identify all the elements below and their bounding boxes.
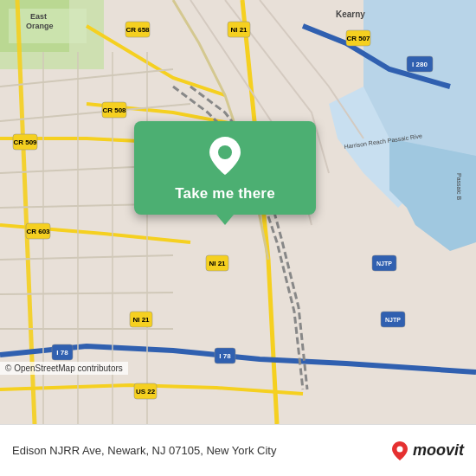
take-me-there-label: Take me there	[175, 185, 275, 203]
svg-point-49	[218, 145, 232, 159]
svg-text:CR 603: CR 603	[26, 228, 50, 235]
address-text: Edison NJRR Ave, Newark, NJ 07105, New Y…	[12, 444, 390, 457]
take-me-there-card[interactable]: Take me there	[134, 121, 316, 215]
svg-text:NI 21: NI 21	[209, 260, 226, 267]
pin-icon-wrap	[209, 137, 241, 178]
map-container: CR 658 NI 21 CR 507 I 280 CR 509 CR 508 …	[0, 0, 476, 424]
svg-text:East: East	[30, 12, 47, 21]
svg-text:I 280: I 280	[412, 61, 428, 68]
svg-text:US 22: US 22	[136, 388, 156, 396]
svg-point-50	[396, 446, 402, 452]
moovit-text: moovit	[413, 441, 464, 460]
bottom-bar: Edison NJRR Ave, Newark, NJ 07105, New Y…	[0, 424, 476, 476]
svg-text:CR 508: CR 508	[102, 106, 126, 114]
svg-text:Orange: Orange	[26, 22, 54, 30]
svg-text:NI 21: NI 21	[132, 316, 150, 324]
copyright-bar: © OpenStreetMap contributors	[0, 362, 128, 375]
svg-text:Kearny: Kearny	[336, 10, 365, 19]
svg-text:CR 507: CR 507	[346, 35, 370, 42]
svg-text:Passaic B: Passaic B	[456, 173, 462, 200]
moovit-logo: moovit	[390, 441, 464, 460]
copyright-text: © OpenStreetMap contributors	[5, 363, 123, 373]
svg-text:I 78: I 78	[56, 349, 68, 357]
moovit-pin-icon	[390, 441, 409, 460]
svg-text:NJTP: NJTP	[385, 317, 401, 323]
svg-text:CR 509: CR 509	[13, 138, 37, 146]
location-pin-icon	[209, 137, 241, 175]
svg-text:NJTP: NJTP	[376, 261, 392, 267]
svg-text:NI 21: NI 21	[230, 26, 248, 34]
svg-text:I 78: I 78	[219, 352, 231, 360]
svg-text:CR 658: CR 658	[125, 26, 150, 34]
